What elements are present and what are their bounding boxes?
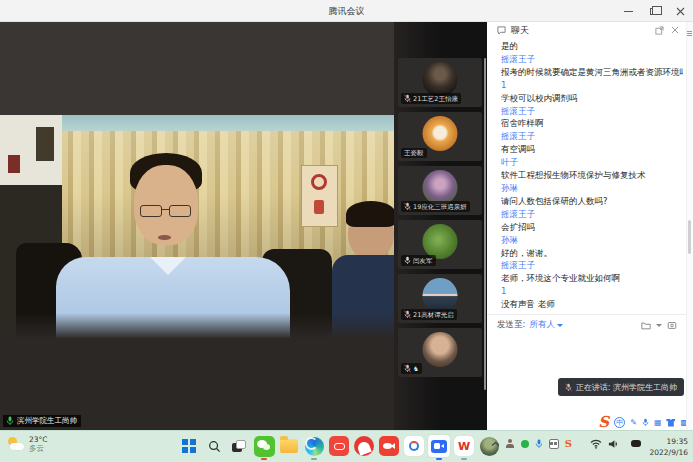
ime-keyboard-icon[interactable]: ▦: [654, 418, 662, 428]
chat-message-line: 孙琳: [501, 182, 683, 195]
taskbar-apps: W: [178, 435, 500, 457]
menu-handle-icon[interactable]: [687, 31, 692, 36]
restore-button[interactable]: [641, 0, 667, 22]
ime-voice-icon[interactable]: [642, 418, 649, 427]
chat-message-line: 叶子: [501, 156, 683, 169]
send-to-dropdown[interactable]: 所有人: [529, 319, 563, 331]
taskbar-app-edge[interactable]: [303, 435, 325, 457]
participant-name: 闫友军: [413, 257, 433, 265]
tray-mic-icon[interactable]: [535, 439, 543, 449]
mic-muted-icon: [565, 383, 572, 392]
ime-language-icon[interactable]: 中: [614, 417, 625, 428]
clock-time: 19:35: [650, 436, 688, 447]
tray-expand-icon[interactable]: [491, 441, 500, 447]
minimize-button[interactable]: [615, 0, 641, 22]
taskbar-app-dianping[interactable]: [353, 435, 375, 457]
tray-ime-icon[interactable]: [549, 439, 559, 449]
chat-header: 聊天: [487, 22, 687, 38]
taskbar-app-wps[interactable]: W: [453, 435, 475, 457]
participant-avatar: [423, 278, 458, 313]
task-view-icon: [232, 440, 246, 452]
edge-browser-icon: [305, 437, 324, 456]
clock-date: 2022/9/16: [650, 447, 688, 458]
task-view-button[interactable]: [228, 435, 250, 457]
chat-message-line: 宿舍咋样啊: [501, 117, 683, 130]
participant-name: 21工艺2王怡康: [413, 95, 458, 103]
participant-label: 闫友军: [401, 255, 436, 266]
tray-person-icon[interactable]: [506, 439, 515, 448]
taskbar-app-xianyu[interactable]: [378, 435, 400, 457]
chat-message-line: 会扩招吗: [501, 221, 683, 234]
start-button[interactable]: [178, 435, 200, 457]
participant-label: ♞: [401, 363, 422, 374]
search-button[interactable]: [203, 435, 225, 457]
ime-pen-icon[interactable]: ✎: [630, 418, 637, 428]
chat-title: 聊天: [511, 24, 529, 37]
chat-message-line: 摇滚王子: [501, 53, 683, 66]
mic-status-icon: [404, 310, 411, 319]
chat-message-line: 摇滚王子: [501, 130, 683, 143]
tencent-meeting-icon: [431, 440, 447, 453]
participant-tile[interactable]: 19应化三班遇泉妍: [398, 166, 482, 215]
participant-tile[interactable]: ♞: [398, 328, 482, 377]
participant-tile[interactable]: 21工艺2王怡康: [398, 58, 482, 107]
window-controls: [615, 0, 693, 22]
close-chat-icon[interactable]: [669, 24, 681, 36]
participant-strip: 21工艺2王怡康: [394, 22, 487, 430]
weather-icon: [7, 436, 25, 452]
speaker-icon[interactable]: [608, 439, 619, 449]
search-icon: [208, 440, 221, 453]
thumbnail-scrollbar[interactable]: [484, 58, 486, 390]
chevron-down-icon: [557, 324, 563, 327]
speaking-toast: 正在讲话: 滨州学院生工尚帅: [558, 378, 684, 396]
system-tray: S: [491, 438, 641, 449]
file-attach-caret-icon[interactable]: [656, 324, 662, 327]
taskbar-app-wechat[interactable]: [253, 435, 275, 457]
weather-widget[interactable]: 23°C 多云: [7, 435, 48, 453]
participant-label: 21工艺2王怡康: [401, 93, 461, 104]
chat-message-line: 软件工程想报生物环境保护与修复技术: [501, 169, 683, 182]
chat-scrollbar-track[interactable]: [686, 22, 693, 430]
participant-avatar: [423, 62, 458, 97]
taskbar: 23°C 多云 W: [0, 430, 693, 462]
video-letterbox: [0, 22, 394, 115]
participant-tile[interactable]: 闫友军: [398, 220, 482, 269]
chat-message-line: 摇滚王子: [501, 208, 683, 221]
wechat-icon: [254, 436, 275, 457]
video-feed: [0, 115, 394, 339]
wifi-icon[interactable]: [590, 439, 602, 449]
sogou-logo-icon[interactable]: S: [598, 415, 609, 430]
chat-send-row: 发送至: 所有人: [487, 314, 686, 335]
chat-message-line: 有空调吗: [501, 143, 683, 156]
screenshot-icon[interactable]: [666, 319, 678, 331]
dianping-icon: [354, 436, 374, 456]
close-button[interactable]: [667, 0, 693, 22]
taskbar-app-explorer[interactable]: [278, 435, 300, 457]
participant-label: 19应化三班遇泉妍: [401, 201, 470, 212]
wps-icon: W: [454, 436, 474, 456]
tray-green-dot-icon[interactable]: [521, 440, 529, 448]
taskbar-app-cloud[interactable]: [403, 435, 425, 457]
taskbar-clock[interactable]: 19:35 2022/9/16: [650, 436, 688, 458]
chat-bubble-icon: [495, 24, 507, 36]
participant-label: 王姿毅: [401, 148, 427, 158]
title-bar: 腾讯会议: [0, 0, 693, 22]
chat-message-line: 是的: [501, 40, 683, 53]
taskbar-app-xiaohongshu[interactable]: [328, 435, 350, 457]
participant-list: 21工艺2王怡康: [398, 58, 482, 377]
taskbar-app-meeting-active[interactable]: [428, 435, 450, 457]
file-attach-icon[interactable]: [640, 319, 652, 331]
main-video[interactable]: 滨州学院生工尚帅: [0, 22, 394, 430]
participant-tile[interactable]: 王姿毅: [398, 112, 482, 161]
tray-sogou-icon[interactable]: S: [565, 438, 572, 449]
ime-skin-icon[interactable]: [666, 419, 675, 427]
participant-avatar: [423, 116, 458, 151]
chat-scrollbar-thumb[interactable]: [688, 220, 691, 254]
chat-message-line: 孙琳: [501, 234, 683, 247]
tray-device-icon[interactable]: [631, 440, 641, 447]
participant-name: 19应化三班遇泉妍: [413, 203, 467, 211]
participant-tile[interactable]: 21高材谭光启: [398, 274, 482, 323]
popout-icon[interactable]: [653, 24, 665, 36]
participant-label: 21高材谭光启: [401, 309, 457, 320]
mic-status-icon: [404, 202, 411, 211]
